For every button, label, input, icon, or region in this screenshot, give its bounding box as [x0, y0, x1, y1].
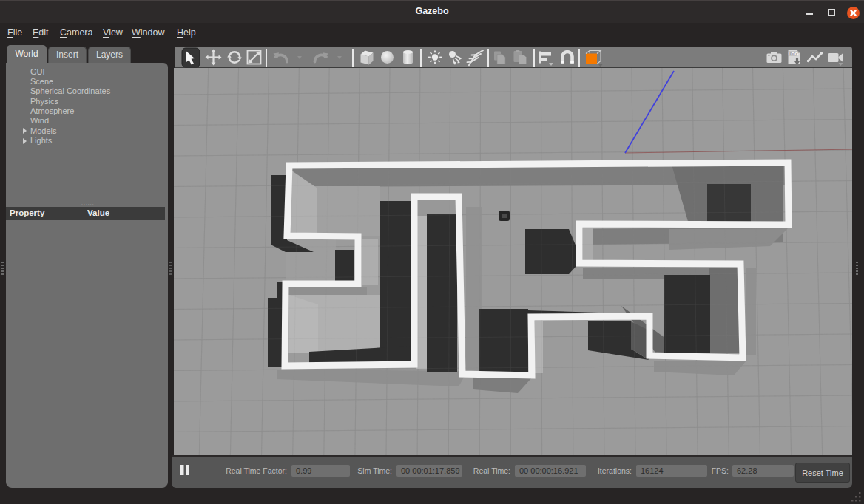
svg-text:LOG: LOG	[789, 51, 799, 56]
